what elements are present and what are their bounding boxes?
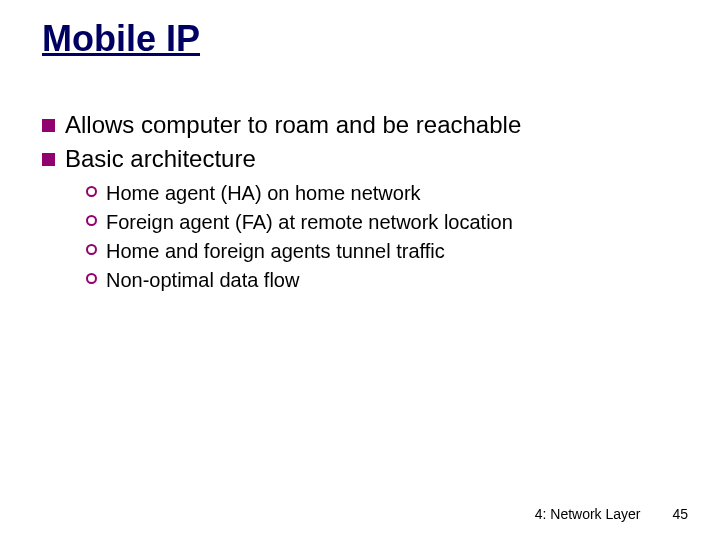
bullet-item: Allows computer to roam and be reachable [42, 110, 662, 140]
circle-bullet-icon [86, 273, 97, 284]
slide-footer: 4: Network Layer 45 [535, 506, 688, 522]
sub-bullet-text: Foreign agent (FA) at remote network loc… [106, 209, 513, 236]
sub-bullet-text: Non-optimal data flow [106, 267, 299, 294]
bullet-text: Allows computer to roam and be reachable [65, 110, 521, 140]
sub-bullet-item: Foreign agent (FA) at remote network loc… [86, 209, 662, 236]
footer-page-number: 45 [672, 506, 688, 522]
circle-bullet-icon [86, 186, 97, 197]
slide-title: Mobile IP [42, 18, 200, 60]
sub-bullet-text: Home agent (HA) on home network [106, 180, 421, 207]
bullet-item: Basic architecture [42, 144, 662, 174]
footer-section: 4: Network Layer [535, 506, 641, 522]
circle-bullet-icon [86, 244, 97, 255]
sub-bullet-item: Home and foreign agents tunnel traffic [86, 238, 662, 265]
sub-bullet-group: Home agent (HA) on home network Foreign … [86, 180, 662, 294]
sub-bullet-item: Non-optimal data flow [86, 267, 662, 294]
bullet-text: Basic architecture [65, 144, 256, 174]
sub-bullet-item: Home agent (HA) on home network [86, 180, 662, 207]
slide-body: Allows computer to roam and be reachable… [42, 110, 662, 296]
sub-bullet-text: Home and foreign agents tunnel traffic [106, 238, 445, 265]
square-bullet-icon [42, 153, 55, 166]
slide: Mobile IP Allows computer to roam and be… [0, 0, 720, 540]
circle-bullet-icon [86, 215, 97, 226]
square-bullet-icon [42, 119, 55, 132]
